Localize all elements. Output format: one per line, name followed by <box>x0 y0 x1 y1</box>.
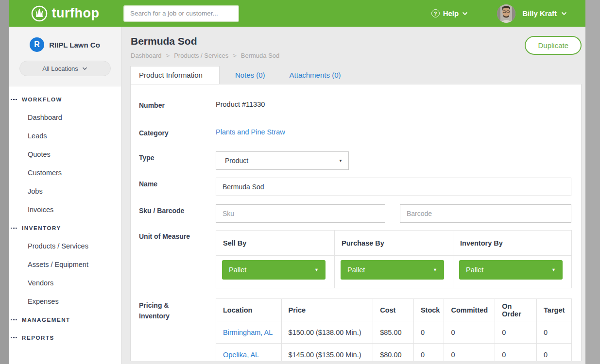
sidebar-section-workflow[interactable]: WORKFLOW <box>9 90 121 108</box>
sidebar-nav: WORKFLOW Dashboard Leads Quotes Customer… <box>9 86 121 347</box>
field-row-name: Name <box>139 178 581 196</box>
committed-cell: 0 <box>444 344 495 362</box>
brand-logo[interactable]: turfhop <box>9 5 121 22</box>
sidebar-section-reports[interactable]: REPORTS <box>9 329 121 347</box>
topbar-right: ? Help <box>431 4 585 23</box>
product-information-panel: Number Product #11330 Category Plants an… <box>130 84 582 361</box>
section-label: INVENTORY <box>22 225 61 231</box>
section-label: REPORTS <box>22 335 54 341</box>
col-target: Target <box>537 299 572 321</box>
tab-product-information[interactable]: Product Information <box>130 66 220 84</box>
top-header: turfhop ? Help <box>9 0 585 27</box>
sidebar-item-quotes[interactable]: Quotes <box>9 145 121 164</box>
category-label: Category <box>139 127 216 138</box>
col-cost: Cost <box>373 299 414 321</box>
tab-bar: Product Information Notes (0) Attachment… <box>130 66 582 84</box>
sidebar-item-assets-equipment[interactable]: Assets / Equipment <box>9 255 121 274</box>
col-on-order: On Order <box>495 299 537 321</box>
type-select-value: Product <box>225 157 248 165</box>
help-label: Help <box>443 9 459 17</box>
sidebar-item-vendors[interactable]: Vendors <box>9 274 121 292</box>
sell-by-value: Pallet <box>229 266 246 274</box>
cost-cell: $80.00 <box>373 344 414 362</box>
breadcrumb-separator: > <box>166 52 170 59</box>
uom-col-sell-by: Sell By <box>216 231 335 256</box>
purchase-by-select[interactable]: Pallet ▼ <box>341 260 444 280</box>
sidebar-item-leads[interactable]: Leads <box>9 127 121 145</box>
inventory-by-select[interactable]: Pallet ▼ <box>459 260 563 280</box>
table-row: Opelika, AL $145.00 ($135.00 Min.) $80.0… <box>216 344 572 362</box>
user-menu[interactable]: Billy Kraft <box>522 9 567 17</box>
location-filter-dropdown[interactable]: All Locations <box>19 61 111 76</box>
brand-name: turfhop <box>52 6 100 21</box>
sku-input[interactable] <box>216 204 385 223</box>
breadcrumb-current: Bermuda Sod <box>241 52 280 59</box>
sidebar-section-management[interactable]: MANAGEMENT <box>9 311 121 329</box>
sell-by-select[interactable]: Pallet ▼ <box>222 260 326 280</box>
inventory-by-value: Pallet <box>466 266 483 274</box>
number-label: Number <box>139 99 216 111</box>
pricing-header-row: Location Price Cost Stock Committed On O… <box>216 299 572 321</box>
location-link-opelika[interactable]: Opelika, AL <box>223 351 259 359</box>
sidebar-item-products-services[interactable]: Products / Services <box>9 237 121 255</box>
global-search-input[interactable] <box>123 5 239 22</box>
sku-barcode-label: Sku / Barcode <box>139 204 216 223</box>
app-window: turfhop ? Help <box>9 0 585 364</box>
screenshot-stage: turfhop ? Help <box>0 0 600 364</box>
dashes-icon <box>11 319 18 320</box>
duplicate-button[interactable]: Duplicate <box>525 36 582 55</box>
page-title: Bermuda Sod <box>131 35 582 47</box>
dashes-icon <box>11 99 18 100</box>
location-link-birmingham[interactable]: Birmingham, AL <box>223 329 273 336</box>
pricing-inventory-label: Pricing & Inventory <box>139 298 216 361</box>
window-gutter-right[interactable] <box>585 0 600 364</box>
unit-of-measure-table: Sell By Purchase By Inventory By Pallet … <box>216 230 572 288</box>
field-row-number: Number Product #11330 <box>139 99 581 111</box>
tab-attachments[interactable]: Attachments (0) <box>281 66 350 84</box>
tab-notes[interactable]: Notes (0) <box>226 66 274 84</box>
col-stock: Stock <box>413 299 444 321</box>
field-row-type: Type Product ▼ <box>139 151 581 170</box>
field-row-category: Category Plants and Pine Straw <box>139 127 581 138</box>
help-menu[interactable]: ? Help <box>431 9 468 17</box>
field-row-unit-of-measure: Unit of Measure Sell By Purchase By Inve… <box>139 230 581 288</box>
sidebar: R RIIPL Lawn Co All Locations WORKFLOW <box>9 27 121 364</box>
pricing-inventory-table: Location Price Cost Stock Committed On O… <box>216 298 572 361</box>
cost-cell: $85.00 <box>373 321 414 344</box>
on-order-cell: 0 <box>495 321 537 344</box>
on-order-cell: 0 <box>495 344 537 362</box>
price-cell: $150.00 ($138.00 Min.) <box>281 321 373 344</box>
type-select[interactable]: Product ▼ <box>216 151 349 170</box>
col-price: Price <box>281 299 373 321</box>
company[interactable]: R RIIPL Lawn Co <box>17 37 112 52</box>
breadcrumb-dashboard[interactable]: Dashboard <box>131 52 162 59</box>
sidebar-item-customers[interactable]: Customers <box>9 164 121 182</box>
sidebar-section-inventory[interactable]: INVENTORY <box>9 219 121 237</box>
number-value: Product #11330 <box>216 99 265 111</box>
caret-down-icon: ▼ <box>433 267 437 272</box>
name-input[interactable] <box>216 178 571 196</box>
dashes-icon <box>11 337 18 338</box>
type-label: Type <box>139 151 216 170</box>
help-icon: ? <box>431 9 440 17</box>
breadcrumb-products-services[interactable]: Products / Services <box>174 52 228 59</box>
main-content: Bermuda Sod Dashboard > Products / Servi… <box>121 27 585 364</box>
avatar[interactable] <box>497 4 515 23</box>
stock-cell: 0 <box>413 321 444 344</box>
target-cell: 0 <box>537 344 572 362</box>
avatar-image <box>497 4 515 23</box>
sidebar-item-jobs[interactable]: Jobs <box>9 182 121 200</box>
field-row-pricing: Pricing & Inventory Location Price Cost … <box>139 298 581 361</box>
chevron-down-icon <box>462 12 468 16</box>
category-link[interactable]: Plants and Pine Straw <box>216 128 285 136</box>
sidebar-item-dashboard[interactable]: Dashboard <box>9 108 121 127</box>
barcode-input[interactable] <box>400 204 571 223</box>
section-label: MANAGEMENT <box>22 317 70 323</box>
location-filter-label: All Locations <box>42 65 78 72</box>
caret-down-icon: ▼ <box>551 267 556 272</box>
sidebar-item-invoices[interactable]: Invoices <box>9 200 121 219</box>
sidebar-item-expenses[interactable]: Expenses <box>9 292 121 311</box>
section-label: WORKFLOW <box>22 97 62 102</box>
chevron-down-icon <box>561 12 567 16</box>
user-name: Billy Kraft <box>522 9 557 17</box>
